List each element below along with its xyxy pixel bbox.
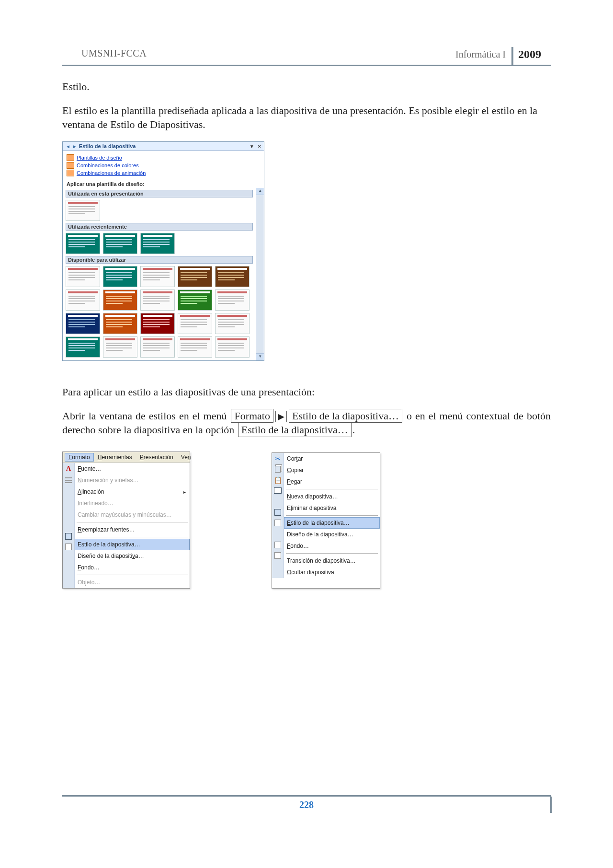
slide-context-menu: ✂ 📋 Cortar Copiar Pegar Nueva di [272, 452, 380, 589]
scroll-track[interactable] [256, 195, 264, 353]
template-icon [67, 154, 74, 161]
template-thumb[interactable] [178, 289, 212, 311]
menubar-ven[interactable]: Ven [177, 453, 195, 462]
taskpane-title: Estilo de la diapositiva [79, 143, 246, 149]
link-color-schemes[interactable]: Combinaciones de colores [67, 162, 260, 169]
page-footer: 228 [62, 795, 551, 810]
copy-icon [275, 466, 281, 473]
menu-item-numeracion: Numeración y viñetas… [75, 475, 190, 486]
page-header: UMSNH-FCCA Informática I 2009 [62, 48, 551, 66]
menu-item-fondo[interactable]: Fondo… [75, 562, 190, 573]
nav-back-icon[interactable]: ◄ [66, 144, 70, 149]
menu-separator [286, 553, 378, 554]
menu-item-pegar[interactable]: Pegar [284, 476, 380, 487]
menu-item-transicion[interactable]: Transición de diapositiva… [284, 555, 380, 567]
template-thumb[interactable] [103, 289, 137, 311]
menu-item-reemplazar-fuentes[interactable]: Reemplazar fuentes… [75, 524, 190, 535]
menu-separator [77, 575, 188, 575]
scroll-up-icon[interactable]: ▴ [256, 188, 264, 195]
template-thumb[interactable] [215, 313, 250, 334]
template-thumb[interactable] [140, 266, 175, 287]
menu-item-fuente[interactable]: Fuente… [75, 463, 190, 475]
template-thumb[interactable] [140, 233, 175, 254]
submenu-arrow-icon: ▶ [275, 411, 287, 423]
submenu-arrow-icon: ▸ [183, 489, 186, 495]
menubar-herramientas[interactable]: Herramientas [94, 453, 136, 462]
section-used-in-presentation: Utilizada en esta presentación [66, 190, 253, 197]
nav-fwd-icon[interactable]: ► [72, 144, 77, 149]
template-thumb[interactable] [215, 336, 250, 358]
context-option-estilo: Estilo de la diapositiva… [238, 423, 352, 437]
anim-icon [67, 170, 74, 176]
template-thumb[interactable] [66, 266, 100, 287]
menu-icon-strip: ✂ 📋 [272, 453, 284, 578]
template-thumb[interactable] [66, 233, 100, 254]
template-thumb[interactable] [215, 289, 250, 311]
transition-icon [274, 542, 281, 548]
link-animation-schemes[interactable]: Combinaciones de animación [67, 170, 260, 176]
menus-row: FFormatoormato Herramientas Presentación… [62, 451, 551, 589]
slide-style-icon [274, 509, 281, 516]
header-right: Informática I 2009 [455, 48, 551, 61]
slide-style-icon [65, 533, 72, 540]
formato-menu: FFormatoormato Herramientas Presentación… [62, 451, 190, 589]
menu-item-fondo[interactable]: Fondo… [284, 540, 380, 552]
template-thumb[interactable] [178, 336, 212, 358]
template-thumb[interactable] [140, 289, 175, 311]
template-thumb[interactable] [103, 233, 137, 254]
menu-item-cortar[interactable]: Cortar [284, 453, 380, 464]
template-thumb[interactable] [66, 200, 100, 221]
paragraph-apply: Para aplicar un estilo a las diapositiva… [62, 385, 551, 399]
menu-separator [77, 522, 188, 522]
header-course: Informática I [455, 48, 510, 61]
paste-icon: 📋 [274, 476, 282, 484]
scroll-down-icon[interactable]: ▾ [256, 353, 264, 360]
slide-design-taskpane: ◄ ► Estilo de la diapositiva ▼ × Plantil… [62, 141, 264, 361]
menu-item-alineacion[interactable]: Alineación▸ [75, 486, 190, 498]
blank-icon [65, 554, 72, 562]
hide-slide-icon [274, 552, 281, 559]
header-year: 2009 [518, 48, 551, 61]
header-institution: UMSNH-FCCA [62, 48, 147, 61]
template-thumb[interactable] [140, 313, 175, 334]
document-body: Estilo. El estilo es la plantilla predis… [62, 80, 551, 132]
instr-text: . [352, 424, 355, 436]
template-thumb[interactable] [178, 266, 212, 287]
taskpane-links: Plantillas de diseño Combinaciones de co… [63, 151, 264, 180]
template-thumb[interactable] [178, 313, 212, 334]
dropdown-icon[interactable]: ▼ [250, 144, 254, 149]
taskpane-scrollbar[interactable]: ▴ ▾ [256, 188, 264, 360]
blank-icon [274, 498, 282, 505]
menu-item-ocultar[interactable]: Ocultar diapositiva [284, 567, 380, 578]
template-thumb[interactable] [103, 266, 137, 287]
menu-item-eliminar-diapositiva[interactable]: Eliminar diapositiva [284, 502, 380, 514]
menubar-presentacion[interactable]: Presentación [136, 453, 177, 462]
apply-template-label: Aplicar una plantilla de diseño: [63, 180, 264, 188]
header-separator [511, 47, 513, 65]
menu-items: Cortar Copiar Pegar Nueva diapositiva… E… [284, 453, 380, 578]
template-thumb[interactable] [140, 336, 175, 358]
menu-item-estilo-diapositiva[interactable]: Estilo de la diapositiva… [75, 539, 190, 550]
menu-item-diseno-diapositiva[interactable]: Diseño de la diapositiva… [284, 529, 380, 540]
menu-items: Fuente… Numeración y viñetas… Alineación… [75, 463, 190, 588]
instr-text: Abrir la ventana de estilos en el menú [62, 410, 230, 422]
blank-icon [274, 530, 282, 538]
menu-item-nueva-diapositiva[interactable]: Nueva diapositiva… [284, 491, 380, 502]
close-icon[interactable]: × [258, 143, 261, 149]
template-thumb[interactable] [66, 336, 100, 358]
menu-item-estilo-diapositiva[interactable]: Estilo de la diapositiva… [284, 517, 380, 529]
template-thumb[interactable] [215, 266, 250, 287]
template-thumb[interactable] [66, 313, 100, 334]
section-heading: Estilo. [62, 80, 551, 94]
font-icon: A [65, 465, 72, 473]
template-thumb[interactable] [66, 289, 100, 311]
menu-item-copiar[interactable]: Copiar [284, 464, 380, 476]
menu-item-diseno-diapositiva[interactable]: Diseño de la diapositiva… [75, 550, 190, 562]
menu-item-objeto: Objeto… [75, 577, 190, 588]
menubar-formato[interactable]: FFormatoormato [65, 453, 94, 462]
link-design-templates[interactable]: Plantillas de diseño [67, 154, 260, 161]
template-thumb[interactable] [103, 336, 137, 358]
menu-item-interlineado: Interlineado… [75, 498, 190, 509]
template-thumb[interactable] [103, 313, 137, 334]
blank-icon [65, 510, 72, 518]
